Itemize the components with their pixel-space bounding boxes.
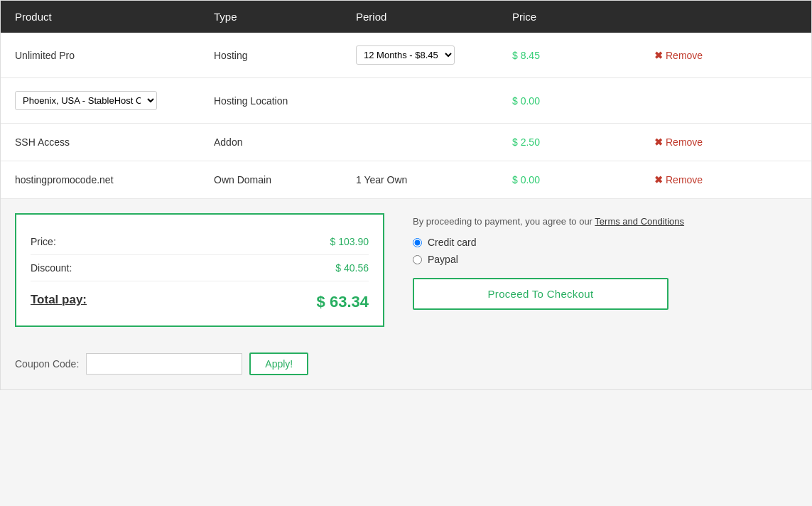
period-cell: 12 Months - $8.45 1 Month - $9.95 24 Mon… (356, 45, 512, 65)
coupon-input[interactable] (86, 353, 242, 375)
remove-icon: ✖ (654, 136, 663, 148)
discount-label: Discount: (31, 262, 72, 274)
product-price: $ 2.50 (512, 136, 654, 148)
price-value: $ 103.90 (330, 236, 369, 247)
location-cell: Phoenix, USA - StableHost Cluster Chicag… (15, 91, 214, 110)
bottom-section: Price: $ 103.90 Discount: $ 40.56 Total … (1, 199, 811, 341)
col-actions (654, 11, 797, 23)
col-type: Type (214, 11, 356, 23)
table-header: Product Type Period Price (1, 1, 811, 33)
total-row: Total pay: $ 63.34 (31, 281, 369, 311)
total-value: $ 63.34 (317, 293, 369, 311)
remove-button[interactable]: ✖ Remove (654, 174, 703, 185)
product-type: Hosting Location (214, 95, 356, 107)
coupon-label: Coupon Code: (15, 358, 79, 370)
price-label: Price: (31, 236, 56, 247)
product-name: hostingpromocode.net (15, 174, 214, 185)
coupon-section: Coupon Code: Apply! (1, 341, 811, 389)
discount-value: $ 40.56 (335, 262, 369, 274)
remove-cell: ✖ Remove (654, 50, 797, 61)
paypal-label: Paypal (428, 254, 458, 265)
terms-text: By proceeding to payment, you agree to o… (413, 216, 797, 227)
discount-row: Discount: $ 40.56 (31, 255, 369, 281)
table-row: SSH Access Addon $ 2.50 ✖ Remove (1, 124, 811, 161)
terms-link[interactable]: Terms and Conditions (595, 216, 684, 227)
remove-button[interactable]: ✖ Remove (654, 136, 703, 148)
col-price: Price (512, 11, 654, 23)
paypal-option[interactable]: Paypal (413, 254, 797, 265)
product-price: $ 8.45 (512, 50, 654, 61)
product-type: Addon (214, 136, 356, 148)
product-name: SSH Access (15, 136, 214, 148)
product-type: Own Domain (214, 174, 356, 185)
price-row: Price: $ 103.90 (31, 229, 369, 255)
product-name: Unlimited Pro (15, 50, 214, 61)
col-period: Period (356, 11, 512, 23)
period-cell: 1 Year Own (356, 174, 512, 185)
product-type: Hosting (214, 50, 356, 61)
table-row: Phoenix, USA - StableHost Cluster Chicag… (1, 78, 811, 124)
remove-button[interactable]: ✖ Remove (654, 50, 703, 61)
remove-icon: ✖ (654, 174, 663, 185)
total-label: Total pay: (31, 293, 87, 311)
payment-options: Credit card Paypal (413, 237, 797, 265)
table-row: Unlimited Pro Hosting 12 Months - $8.45 … (1, 33, 811, 78)
credit-card-radio[interactable] (413, 238, 422, 247)
cart-table: Product Type Period Price Unlimited Pro … (0, 0, 812, 390)
apply-button[interactable]: Apply! (249, 352, 308, 375)
location-select[interactable]: Phoenix, USA - StableHost Cluster Chicag… (15, 91, 157, 110)
credit-card-label: Credit card (428, 237, 476, 248)
credit-card-option[interactable]: Credit card (413, 237, 797, 248)
checkout-button[interactable]: Proceed To Checkout (413, 278, 668, 310)
remove-icon: ✖ (654, 50, 663, 61)
remove-cell: ✖ Remove (654, 174, 797, 185)
remove-cell: ✖ Remove (654, 136, 797, 148)
period-select[interactable]: 12 Months - $8.45 1 Month - $9.95 24 Mon… (356, 45, 455, 65)
price-summary-box: Price: $ 103.90 Discount: $ 40.56 Total … (15, 213, 384, 327)
product-price: $ 0.00 (512, 95, 654, 107)
table-row: hostingpromocode.net Own Domain 1 Year O… (1, 161, 811, 199)
payment-section: By proceeding to payment, you agree to o… (413, 213, 797, 310)
product-price: $ 0.00 (512, 174, 654, 185)
col-product: Product (15, 11, 214, 23)
paypal-radio[interactable] (413, 255, 422, 264)
